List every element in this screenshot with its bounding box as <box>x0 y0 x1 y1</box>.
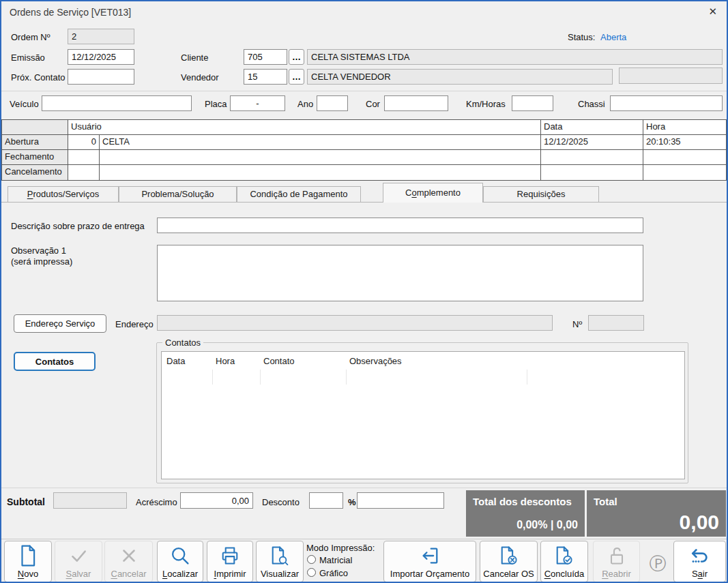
cancelar-button[interactable]: Cancelar <box>104 541 153 582</box>
emissao-label: Emissão <box>11 53 45 63</box>
ano-label: Ano <box>297 99 313 109</box>
event-row-label: Abertura <box>2 135 68 150</box>
total-panel: Total 0,00 <box>587 490 726 537</box>
open-padlock-icon <box>594 543 639 569</box>
cancelar-os-button[interactable]: Cancelar OS <box>480 541 538 582</box>
event-cell-data <box>541 165 643 180</box>
salvar-button[interactable]: Salvar <box>55 541 102 582</box>
descontos-panel-title: Total dos descontos <box>473 496 572 507</box>
events-header-blank <box>2 120 68 135</box>
emissao-field[interactable] <box>68 49 134 65</box>
cliente-code-field[interactable] <box>244 49 287 65</box>
acrescimo-field[interactable] <box>180 492 253 509</box>
tab-produtos-servicos[interactable]: Produtos/Serviços <box>8 186 119 203</box>
novo-button[interactable]: Novo <box>4 541 52 582</box>
prazo-field[interactable] <box>157 218 643 233</box>
close-icon[interactable]: ✕ <box>708 5 717 18</box>
ordem-label: Ordem Nº <box>11 32 50 42</box>
cor-label: Cor <box>366 99 380 109</box>
events-header-data: Data <box>541 120 643 135</box>
subtotal-label: Subtotal <box>7 496 45 507</box>
event-cell-data <box>541 150 643 165</box>
cor-field[interactable] <box>384 95 448 111</box>
concluida-button[interactable]: Concluída <box>540 541 588 582</box>
column-separator <box>260 370 261 385</box>
contatos-col-data: Data <box>166 356 185 366</box>
km-horas-field[interactable] <box>512 95 553 111</box>
radio-matricial-label: Matricial <box>319 555 352 565</box>
events-header-hora: Hora <box>643 120 726 135</box>
new-document-icon <box>5 543 51 569</box>
event-cell-code: 0 <box>68 135 100 150</box>
contatos-col-contato: Contato <box>263 356 295 366</box>
observacao-label-line1: Observação 1 <box>11 245 66 256</box>
ano-field[interactable] <box>317 95 348 111</box>
event-cell-user: CELTA <box>100 135 541 150</box>
status-value: Aberta <box>600 32 626 42</box>
imprimir-button[interactable]: Imprimir <box>207 541 253 582</box>
veiculo-label: Veículo <box>10 99 39 109</box>
magnifier-icon <box>158 543 203 569</box>
document-magnifier-icon <box>257 543 303 569</box>
vendedor-lookup-button[interactable]: … <box>289 69 304 85</box>
contatos-button[interactable]: Contatos <box>14 352 96 371</box>
cliente-label: Cliente <box>181 53 208 63</box>
contatos-list[interactable]: Data Hora Contato Observações <box>161 351 685 479</box>
return-arrow-icon <box>674 543 725 569</box>
percent-label: % <box>348 497 356 507</box>
title-bar: Ordens de Serviço [VET013] ✕ <box>1 1 727 23</box>
column-separator <box>212 370 213 385</box>
vendedor-code-field[interactable] <box>244 69 287 85</box>
window-title: Ordens de Serviço [VET013] <box>10 7 131 18</box>
observacao-label-line2: (será impressa) <box>11 256 72 267</box>
acrescimo-label: Acréscimo <box>136 497 177 507</box>
radio-grafico-label: Gráfico <box>319 568 348 578</box>
ordem-field <box>68 29 134 44</box>
tab-condicao-pagamento[interactable]: Condição de Pagamento <box>237 186 361 203</box>
placa-field[interactable] <box>230 95 285 111</box>
event-cell-hora <box>643 150 726 165</box>
endereco-label: Endereço <box>115 319 154 329</box>
total-panel-title: Total <box>594 496 617 507</box>
cliente-lookup-button[interactable]: … <box>289 49 304 65</box>
prox-contato-field[interactable] <box>68 69 134 85</box>
toolbar-separator <box>1 539 727 539</box>
total-panel-value: 0,00 <box>680 511 719 534</box>
placa-label: Placa <box>205 99 227 109</box>
radio-grafico[interactable] <box>307 568 316 577</box>
p-indicator-icon: Ⓟ <box>647 552 668 575</box>
visualizar-button[interactable]: Visualizar <box>256 541 304 582</box>
observacao-textarea[interactable] <box>157 245 643 301</box>
desconto-value-field[interactable] <box>357 492 444 509</box>
endereco-field <box>157 315 553 331</box>
contatos-col-observacoes: Observações <box>349 356 402 366</box>
event-cell-hora: 20:10:35 <box>643 135 726 150</box>
tab-problema-solucao[interactable]: Problema/Solução <box>119 186 237 203</box>
cliente-name-field <box>307 49 723 65</box>
prazo-label: Descrição sobre prazo de entrega <box>11 221 145 231</box>
importar-orcamento-button[interactable]: Importar Orçamento <box>383 541 476 582</box>
contatos-group: Contatos Data Hora Contato Observações <box>156 342 688 483</box>
tab-complemento[interactable]: Complemento <box>383 183 483 203</box>
veiculo-field[interactable] <box>42 95 192 111</box>
contatos-col-hora: Hora <box>216 356 235 366</box>
event-cell-hora <box>643 165 726 180</box>
chassi-label: Chassi <box>578 99 605 109</box>
desconto-percent-field[interactable] <box>309 492 343 509</box>
event-cell-data: 12/12/2025 <box>541 135 643 150</box>
chassi-field[interactable] <box>610 95 723 111</box>
vendedor-name-field <box>307 69 613 85</box>
event-cell-code <box>68 150 100 165</box>
localizar-button[interactable]: Localizar <box>157 541 203 582</box>
subtotal-field <box>53 492 127 509</box>
reabrir-button[interactable]: Reabrir <box>593 541 640 582</box>
endereco-servico-button[interactable]: Endereço Serviço <box>14 314 106 333</box>
tab-requisicoes[interactable]: Requisições <box>483 186 599 203</box>
event-cell-user <box>100 165 541 180</box>
radio-matricial[interactable] <box>307 555 316 564</box>
event-row-label: Fechamento <box>2 150 68 165</box>
sair-button[interactable]: Sair <box>673 541 726 582</box>
numero-label: Nº <box>572 319 582 329</box>
vendedor-extra-field <box>619 68 723 84</box>
event-cell-code <box>68 165 100 180</box>
